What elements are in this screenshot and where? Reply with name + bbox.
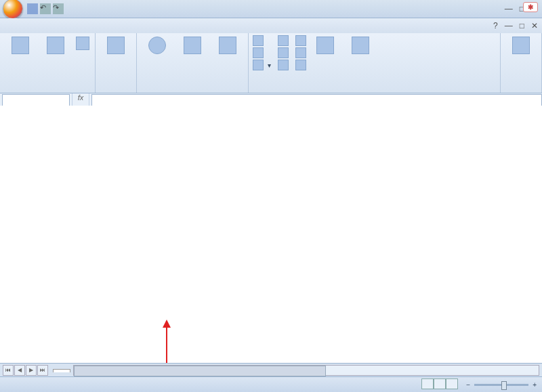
show-hide-button[interactable] <box>100 35 132 57</box>
title-bar: ↶ ↷ — □ ✕ <box>0 0 542 18</box>
doc-close-button[interactable]: ✕ <box>531 21 538 30</box>
zoom-slider[interactable] <box>474 384 528 386</box>
zoom-in-button[interactable]: + <box>533 381 537 389</box>
help-icon[interactable]: ? <box>493 21 498 30</box>
freeze-panes-button[interactable]: ▾ <box>253 60 271 70</box>
zoom-out-button[interactable]: − <box>466 381 470 389</box>
fx-icon[interactable]: fx <box>72 93 89 107</box>
minimize-button[interactable]: — <box>505 4 513 14</box>
pagebreak-view-button[interactable] <box>75 35 91 51</box>
switch-windows-button[interactable] <box>344 35 377 57</box>
undo-icon[interactable]: ↶ <box>40 3 51 14</box>
redo-icon[interactable]: ↷ <box>53 3 64 14</box>
status-bar: − + <box>0 376 542 392</box>
macros-button[interactable] <box>505 35 537 57</box>
view-shortcuts[interactable] <box>421 378 458 391</box>
save-workspace-button[interactable] <box>309 35 341 57</box>
formula-input[interactable] <box>91 94 542 106</box>
split-button[interactable] <box>278 35 289 46</box>
quick-access-toolbar[interactable]: ↶ ↷ <box>27 3 64 14</box>
normal-view-button[interactable] <box>4 35 37 57</box>
ribbon-tabs: ? — □ ✕ <box>0 18 542 33</box>
new-window-button[interactable] <box>253 35 271 46</box>
hide-button[interactable] <box>278 47 289 58</box>
office-button[interactable] <box>3 0 23 19</box>
horizontal-scrollbar[interactable] <box>73 365 539 376</box>
sheet-tab-1[interactable] <box>53 369 70 372</box>
ribbon: ▾ <box>0 33 542 93</box>
arrange-all-button[interactable] <box>253 47 271 58</box>
tab-nav-next[interactable]: ▶ <box>26 365 37 376</box>
katty-badge: ✱ <box>523 2 538 12</box>
tab-nav-first[interactable]: ⏮ <box>3 365 14 376</box>
doc-min-button[interactable]: — <box>505 21 513 30</box>
tab-nav-prev[interactable]: ◀ <box>14 365 25 376</box>
group-label-zoom <box>141 90 244 93</box>
doc-window-controls: ? — □ ✕ <box>493 21 538 30</box>
page-layout-button[interactable] <box>39 35 72 57</box>
group-label-window <box>253 90 496 93</box>
save-icon[interactable] <box>27 3 38 14</box>
doc-max-button[interactable]: □ <box>520 21 524 30</box>
group-label-macros <box>505 90 537 93</box>
tab-nav-last[interactable]: ⏭ <box>37 365 48 376</box>
group-label-views <box>4 90 91 93</box>
annotation-arrow <box>166 322 167 364</box>
unhide-button[interactable] <box>278 60 289 70</box>
zoom-100-button[interactable] <box>176 35 209 57</box>
zoom-selection-button[interactable] <box>211 35 244 57</box>
worksheet[interactable] <box>0 106 542 364</box>
zoom-button[interactable] <box>141 35 173 57</box>
sheet-tab-bar: ⏮ ◀ ▶ ⏭ <box>0 363 542 377</box>
name-box[interactable] <box>2 94 70 106</box>
